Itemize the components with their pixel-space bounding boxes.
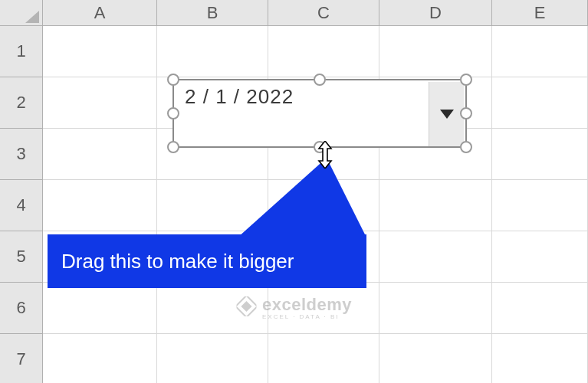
column-header-d[interactable]: D [379, 0, 492, 26]
spreadsheet: ABCDE 1234567 2 / 1 / 2022 Drag this to … [0, 0, 588, 383]
svg-marker-1 [440, 110, 454, 119]
cell-B7[interactable] [157, 334, 268, 383]
select-all-corner[interactable] [0, 0, 43, 26]
resize-handle-top-center[interactable] [314, 74, 326, 86]
row-header-1[interactable]: 1 [0, 26, 43, 77]
svg-marker-2 [319, 141, 331, 169]
resize-handle-bottom-left[interactable] [167, 141, 179, 153]
callout-box: Drag this to make it bigger [48, 234, 366, 288]
cell-A2[interactable] [43, 77, 157, 129]
cell-B1[interactable] [157, 26, 268, 77]
cell-E2[interactable] [492, 77, 588, 129]
row-header-6[interactable]: 6 [0, 283, 43, 334]
cell-A3[interactable] [43, 129, 157, 180]
cell-E5[interactable] [492, 231, 588, 283]
cell-E6[interactable] [492, 283, 588, 334]
row-header-7[interactable]: 7 [0, 334, 43, 383]
callout-text: Drag this to make it bigger [61, 250, 294, 273]
column-header-a[interactable]: A [43, 0, 157, 26]
cell-A6[interactable] [43, 283, 157, 334]
cell-E1[interactable] [492, 26, 588, 77]
cell-D6[interactable] [379, 283, 492, 334]
row-headers: 1234567 [0, 26, 43, 383]
cell-D1[interactable] [379, 26, 492, 77]
row-header-3[interactable]: 3 [0, 129, 43, 180]
column-header-b[interactable]: B [157, 0, 268, 26]
row-header-2[interactable]: 2 [0, 77, 43, 129]
cell-D7[interactable] [379, 334, 492, 383]
cell-C7[interactable] [268, 334, 379, 383]
cell-E7[interactable] [492, 334, 588, 383]
date-picker-value: 2 / 1 / 2022 [185, 85, 294, 109]
cell-E4[interactable] [492, 180, 588, 231]
chevron-down-icon [440, 110, 454, 119]
resize-handle-bottom-right[interactable] [460, 141, 472, 153]
date-picker-dropdown-button[interactable] [429, 82, 464, 146]
cell-D5[interactable] [379, 231, 492, 283]
watermark-brand: exceldemy [262, 295, 352, 314]
cell-A1[interactable] [43, 26, 157, 77]
svg-marker-3 [238, 158, 366, 237]
watermark: exceldemy EXCEL · DATA · BI [236, 295, 352, 320]
svg-marker-0 [25, 11, 39, 23]
column-header-e[interactable]: E [492, 0, 588, 26]
watermark-logo-icon [236, 296, 256, 319]
column-header-c[interactable]: C [268, 0, 379, 26]
row-header-4[interactable]: 4 [0, 180, 43, 231]
resize-vertical-cursor-icon [314, 141, 336, 172]
svg-rect-5 [241, 300, 251, 311]
resize-handle-top-left[interactable] [167, 74, 179, 86]
cell-A7[interactable] [43, 334, 157, 383]
resize-handle-middle-right[interactable] [460, 107, 472, 119]
cell-D4[interactable] [379, 180, 492, 231]
row-header-5[interactable]: 5 [0, 231, 43, 283]
column-headers: ABCDE [43, 0, 588, 26]
cell-A4[interactable] [43, 180, 157, 231]
watermark-tag: EXCEL · DATA · BI [262, 313, 352, 320]
date-picker-control[interactable]: 2 / 1 / 2022 [172, 79, 467, 148]
cell-C1[interactable] [268, 26, 379, 77]
cell-E3[interactable] [492, 129, 588, 180]
resize-handle-top-right[interactable] [460, 74, 472, 86]
resize-handle-middle-left[interactable] [167, 107, 179, 119]
